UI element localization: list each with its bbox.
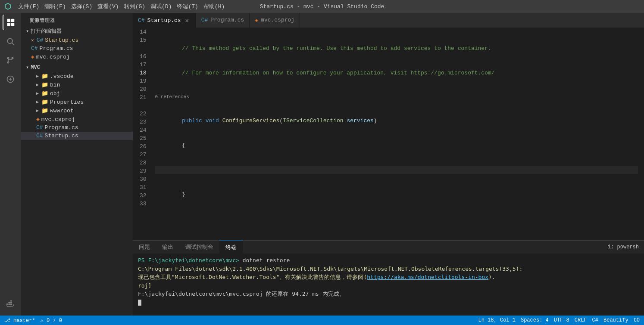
svg-rect-15 <box>8 302 10 303</box>
terminal-line-5: F:\jackyfei\dotnetcore\mvc\mvc.csproj 的还… <box>138 290 639 298</box>
tree-startup[interactable]: C# Startup.cs <box>21 132 133 140</box>
program-tab-label: Program.cs <box>210 17 244 23</box>
panel-tab-problems[interactable]: 问题 <box>133 241 156 254</box>
svg-rect-3 <box>11 23 14 26</box>
status-encoding[interactable]: UTF-8 <box>554 317 569 323</box>
csproj-tab-label: mvc.csproj <box>261 17 294 23</box>
tree-bin[interactable]: ▶ 📁 bin <box>21 80 133 89</box>
code-17: { <box>155 141 638 149</box>
svg-rect-13 <box>8 303 10 305</box>
tree-obj[interactable]: ▶ 📁 obj <box>21 89 133 98</box>
tab-csproj[interactable]: ◈ mvc.csproj <box>250 13 300 28</box>
status-line-ending[interactable]: CRLF <box>575 317 587 323</box>
activity-explorer[interactable] <box>3 15 18 30</box>
ln-31: 31 <box>140 183 147 192</box>
status-branch[interactable]: ⎇ master* <box>4 317 35 324</box>
ln-16: 16 <box>140 53 147 61</box>
panel-right-info: 1: powersh <box>608 244 644 250</box>
activity-source-control[interactable] <box>3 53 18 68</box>
open-editors-section[interactable]: ▾ 打开的编辑器 <box>21 26 133 36</box>
tree-vscode[interactable]: ▶ 📁 .vscode <box>21 72 133 80</box>
code-20 <box>155 215 638 223</box>
svg-rect-16 <box>10 302 12 303</box>
ln-33: 33 <box>140 200 147 208</box>
code-18 <box>155 166 638 174</box>
menu-view[interactable]: 查看(V) <box>97 3 119 10</box>
terminal-prompt: PS F:\jackyfei\dotnetcore\mvc> <box>138 257 239 263</box>
terminal-line-3: 现已包含工具"Microsoft.DotNet.Watcher.Tools"。有… <box>138 273 639 282</box>
open-editors-label: 打开的编辑器 <box>31 28 62 35</box>
code-editor[interactable]: // This method gets called by the runtim… <box>153 28 638 240</box>
obj-folder-name: obj <box>50 90 60 97</box>
vscode-folder-icon: 📁 <box>41 73 48 80</box>
activity-docker[interactable] <box>3 297 18 312</box>
editor-area: C# Startup.cs ✕ C# Program.cs ◈ mvc.cspr… <box>133 13 644 316</box>
panel-tab-debug[interactable]: 调试控制台 <box>179 241 219 254</box>
mvc-program-icon: C# <box>36 124 43 131</box>
tree-wwwroot[interactable]: ▶ 📁 wwwroot <box>21 106 133 115</box>
ln-22: 22 <box>140 110 147 118</box>
svg-rect-0 <box>7 19 10 22</box>
panel: 问题 输出 调试控制台 终端 1: powersh PS F:\jackyfei… <box>133 240 644 316</box>
close-startup-icon[interactable]: ✕ <box>31 37 34 43</box>
properties-folder-icon: 📁 <box>41 99 48 105</box>
startup-tab-close[interactable]: ✕ <box>184 17 191 24</box>
code-14: // This method gets called by the runtim… <box>155 44 638 53</box>
svg-point-7 <box>7 62 9 63</box>
obj-chevron: ▶ <box>36 91 39 96</box>
menu-select[interactable]: 选择(S) <box>71 3 92 10</box>
status-language[interactable]: C# <box>592 317 598 323</box>
ln-32: 32 <box>140 192 147 200</box>
wwwroot-chevron: ▶ <box>36 108 39 113</box>
code-16: public void ConfigureServices(IServiceCo… <box>155 117 638 125</box>
activity-bar <box>0 13 21 316</box>
svg-point-4 <box>7 38 13 43</box>
status-beautify[interactable]: Beautify <box>603 317 628 323</box>
menu-debug[interactable]: 调试(D) <box>150 3 172 10</box>
open-editors-chevron: ▾ <box>26 28 29 34</box>
open-editor-program[interactable]: C# Program.cs <box>21 44 133 53</box>
menu-edit[interactable]: 编辑(E) <box>44 3 66 10</box>
status-cursor-pos[interactable]: Ln 18, Col 1 <box>478 317 516 323</box>
panel-tab-group: 问题 输出 调试控制台 终端 <box>133 241 243 254</box>
status-errors[interactable]: ⚠ 0 ⚡ 0 <box>41 317 62 324</box>
csproj-name: mvc.csproj <box>36 54 70 60</box>
mvc-label: MVC <box>31 65 40 71</box>
ln-27: 27 <box>140 151 147 159</box>
open-editor-csproj[interactable]: ◈ mvc.csproj <box>21 53 133 61</box>
terminal-cmd: dotnet restore <box>243 257 290 263</box>
terminal-line-4: roj] <box>138 282 639 290</box>
editor-content[interactable]: 14 15 · 16 17 18 19 20 21 · 22 23 24 25 … <box>133 28 644 240</box>
window-title: Startup.cs - mvc - Visual Studio Code <box>260 3 385 10</box>
tab-program[interactable]: C# Program.cs <box>196 13 250 28</box>
tree-properties[interactable]: ▶ 📁 Properties <box>21 98 133 106</box>
mvc-startup-icon: C# <box>36 133 43 139</box>
open-editor-startup[interactable]: ✕ C# Startup.cs <box>21 36 133 44</box>
svg-point-6 <box>7 57 9 59</box>
menu-goto[interactable]: 转到(G) <box>124 3 145 10</box>
editor-tabs: C# Startup.cs ✕ C# Program.cs ◈ mvc.cspr… <box>133 13 644 28</box>
status-spaces[interactable]: Spaces: 4 <box>521 317 549 323</box>
activity-extensions[interactable] <box>3 71 18 87</box>
vscode-folder-name: .vscode <box>50 73 74 80</box>
ln-30: 30 <box>140 175 147 183</box>
menu-terminal[interactable]: 终端(T) <box>177 3 198 10</box>
activity-search[interactable] <box>3 34 18 49</box>
terminal-link[interactable]: https://aka.ms/dotnetclitools-in-box <box>367 274 488 280</box>
status-to[interactable]: tO <box>634 317 640 323</box>
panel-tab-output[interactable]: 输出 <box>156 241 179 254</box>
menu-help[interactable]: 帮助(H) <box>203 3 225 10</box>
tab-startup[interactable]: C# Startup.cs ✕ <box>133 13 196 28</box>
mvc-section[interactable]: ▾ MVC <box>21 63 133 72</box>
sidebar: 资源管理器 ▾ 打开的编辑器 ✕ C# Startup.cs C# Progra… <box>21 13 133 316</box>
terminal-content[interactable]: PS F:\jackyfei\dotnetcore\mvc> dotnet re… <box>133 254 644 316</box>
vscode-chevron: ▶ <box>36 74 39 79</box>
bin-folder-icon: 📁 <box>41 81 48 88</box>
mvc-csproj-label: mvc.csproj <box>41 116 75 123</box>
menu-file[interactable]: 文件(F) <box>18 3 39 10</box>
tree-program[interactable]: C# Program.cs <box>21 124 133 132</box>
mvc-csproj-icon: ◈ <box>36 116 40 123</box>
tree-csproj[interactable]: ◈ mvc.csproj <box>21 115 133 124</box>
wwwroot-folder-icon: 📁 <box>41 107 48 114</box>
panel-tab-terminal[interactable]: 终端 <box>219 241 243 254</box>
